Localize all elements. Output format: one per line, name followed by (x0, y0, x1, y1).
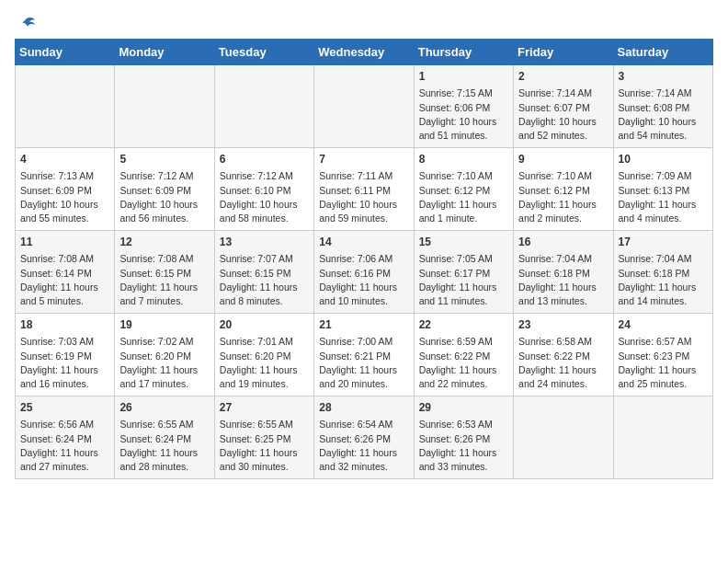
day-info-line: Sunrise: 7:11 AM (319, 170, 392, 181)
calendar-cell: 13Sunrise: 7:07 AMSunset: 6:15 PMDayligh… (214, 231, 313, 314)
day-info-line: and 22 minutes. (419, 378, 488, 389)
calendar-week-row: 11Sunrise: 7:08 AMSunset: 6:14 PMDayligh… (16, 231, 713, 314)
calendar-cell: 26Sunrise: 6:55 AMSunset: 6:24 PMDayligh… (115, 396, 214, 479)
day-number: 5 (119, 152, 209, 167)
day-info-line: Daylight: 11 hours (220, 282, 298, 293)
weekday-header-monday: Monday (115, 40, 214, 65)
day-info-line: Sunset: 6:12 PM (419, 185, 491, 196)
day-info-line: and 52 minutes. (518, 130, 587, 141)
day-info-line: Sunset: 6:24 PM (119, 433, 191, 444)
calendar-week-row: 18Sunrise: 7:03 AMSunset: 6:19 PMDayligh… (16, 314, 713, 396)
calendar-cell: 22Sunrise: 6:59 AMSunset: 6:22 PMDayligh… (414, 314, 513, 396)
day-info-line: Sunset: 6:10 PM (220, 185, 291, 196)
day-info-line: and 8 minutes. (220, 295, 283, 306)
day-info-line: and 16 minutes. (20, 378, 89, 389)
day-info-line: and 20 minutes. (319, 378, 388, 389)
day-info-line: Daylight: 11 hours (20, 364, 98, 375)
day-info-line: Daylight: 11 hours (419, 447, 497, 458)
day-number: 12 (119, 235, 209, 250)
day-info-line: Sunrise: 7:15 AM (419, 87, 493, 98)
day-info-line: Daylight: 11 hours (319, 447, 397, 458)
day-number: 16 (518, 235, 608, 250)
day-number: 1 (419, 69, 508, 85)
day-info-line: Sunset: 6:09 PM (119, 185, 191, 196)
day-info-line: Daylight: 11 hours (419, 364, 497, 375)
day-info-line: and 11 minutes. (419, 295, 488, 306)
day-number: 9 (518, 152, 608, 167)
day-info-line: Daylight: 11 hours (319, 282, 397, 293)
day-number: 17 (619, 235, 708, 250)
day-info-line: and 7 minutes. (119, 295, 183, 306)
day-info-line: and 19 minutes. (220, 378, 289, 389)
day-info-line: and 4 minutes. (619, 213, 682, 224)
day-info-line: and 5 minutes. (20, 295, 84, 306)
calendar-cell: 29Sunrise: 6:53 AMSunset: 6:26 PMDayligh… (414, 396, 513, 479)
day-info-line: Sunset: 6:16 PM (319, 268, 391, 279)
day-number: 22 (419, 317, 508, 333)
day-info-line: Sunset: 6:20 PM (220, 350, 291, 362)
weekday-header-thursday: Thursday (414, 40, 513, 65)
day-info-line: Daylight: 10 hours (619, 116, 697, 127)
day-number: 27 (220, 400, 309, 416)
calendar-cell: 5Sunrise: 7:12 AMSunset: 6:09 PMDaylight… (115, 148, 214, 231)
weekday-header-saturday: Saturday (613, 40, 712, 65)
day-info-line: and 55 minutes. (20, 213, 89, 224)
day-info-line: Sunset: 6:08 PM (619, 102, 690, 113)
day-info-line: Daylight: 10 hours (518, 116, 597, 127)
day-info-line: Daylight: 11 hours (518, 199, 597, 210)
calendar-cell: 20Sunrise: 7:01 AMSunset: 6:20 PMDayligh… (214, 314, 313, 396)
day-info-line: and 32 minutes. (319, 461, 388, 472)
day-info-line: and 24 minutes. (518, 378, 587, 389)
weekday-header-friday: Friday (514, 40, 613, 65)
day-info-line: Daylight: 11 hours (619, 364, 697, 375)
calendar-cell: 23Sunrise: 6:58 AMSunset: 6:22 PMDayligh… (514, 314, 613, 396)
calendar-cell: 19Sunrise: 7:02 AMSunset: 6:20 PMDayligh… (115, 314, 214, 396)
day-info-line: Daylight: 11 hours (518, 282, 597, 293)
day-info-line: Sunrise: 7:12 AM (119, 170, 193, 181)
day-number: 3 (619, 69, 708, 85)
day-info-line: Sunrise: 6:56 AM (20, 419, 94, 430)
day-info-line: Sunset: 6:15 PM (119, 268, 191, 279)
day-info-line: Daylight: 11 hours (20, 447, 98, 458)
day-info-line: Daylight: 11 hours (20, 282, 98, 293)
day-info-line: Daylight: 10 hours (119, 199, 198, 210)
day-info-line: and 25 minutes. (619, 378, 688, 389)
day-info-line: and 58 minutes. (220, 213, 289, 224)
day-info-line: Sunset: 6:19 PM (20, 350, 92, 362)
day-info-line: Daylight: 11 hours (518, 364, 597, 375)
calendar-cell: 18Sunrise: 7:03 AMSunset: 6:19 PMDayligh… (16, 314, 115, 396)
day-number: 7 (319, 152, 408, 167)
calendar-cell: 12Sunrise: 7:08 AMSunset: 6:15 PMDayligh… (115, 231, 214, 314)
day-number: 26 (119, 400, 209, 416)
day-info-line: Sunset: 6:20 PM (119, 350, 191, 362)
day-number: 19 (119, 317, 209, 333)
day-info-line: Sunrise: 7:07 AM (220, 253, 293, 264)
day-info-line: Sunset: 6:15 PM (220, 268, 291, 279)
calendar-cell: 10Sunrise: 7:09 AMSunset: 6:13 PMDayligh… (613, 148, 712, 231)
day-info-line: Sunset: 6:11 PM (319, 185, 391, 196)
day-info-line: Daylight: 10 hours (220, 199, 298, 210)
day-number: 21 (319, 317, 408, 333)
day-info-line: and 2 minutes. (518, 213, 582, 224)
day-number: 24 (619, 317, 708, 333)
calendar-week-row: 4Sunrise: 7:13 AMSunset: 6:09 PMDaylight… (16, 148, 713, 231)
weekday-header-wednesday: Wednesday (314, 40, 414, 65)
day-info-line: Sunrise: 7:05 AM (419, 253, 493, 264)
day-info-line: Sunrise: 7:10 AM (419, 170, 493, 181)
day-info-line: Sunset: 6:24 PM (20, 433, 92, 444)
day-number: 29 (419, 400, 508, 416)
day-info-line: Sunset: 6:14 PM (20, 268, 92, 279)
day-info-line: Sunset: 6:13 PM (619, 185, 690, 196)
day-info-line: and 14 minutes. (619, 295, 688, 306)
day-info-line: Sunrise: 6:55 AM (220, 419, 293, 430)
day-info-line: Sunset: 6:21 PM (319, 350, 391, 362)
day-number: 15 (419, 235, 508, 250)
calendar-cell (613, 396, 712, 479)
day-number: 10 (619, 152, 708, 167)
day-number: 20 (220, 317, 309, 333)
day-info-line: Daylight: 11 hours (419, 199, 497, 210)
day-number: 11 (20, 235, 109, 250)
calendar-cell: 24Sunrise: 6:57 AMSunset: 6:23 PMDayligh… (613, 314, 712, 396)
day-info-line: Sunrise: 7:00 AM (319, 336, 392, 347)
day-info-line: Daylight: 11 hours (619, 282, 697, 293)
